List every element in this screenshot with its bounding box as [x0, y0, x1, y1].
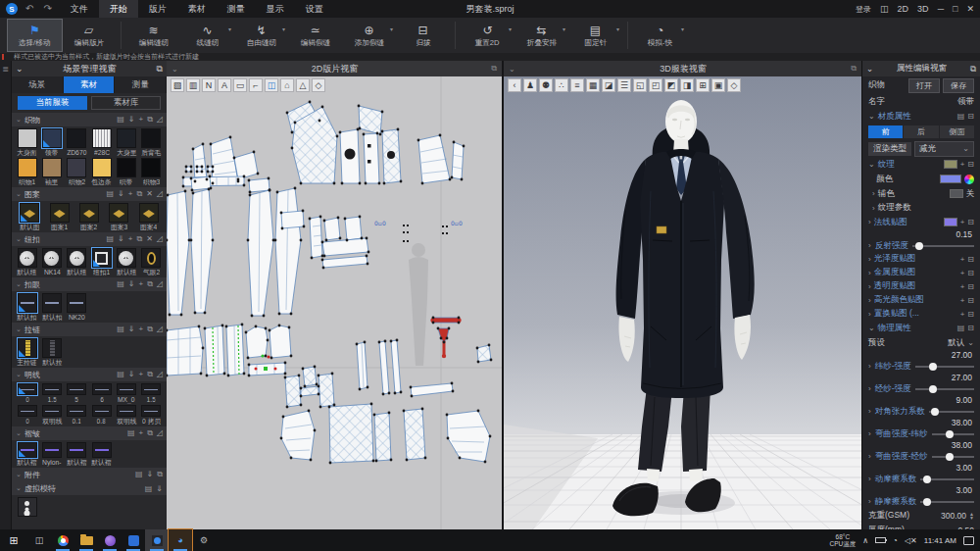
import-icon[interactable]: ⇓: [128, 115, 135, 125]
import-icon[interactable]: ⇓: [147, 470, 154, 479]
line-thumb[interactable]: [42, 405, 62, 417]
import-icon[interactable]: ⇓: [128, 325, 135, 334]
material-item[interactable]: 0: [16, 405, 38, 426]
pleat-thumb[interactable]: [67, 442, 86, 458]
pleat-thumb[interactable]: [92, 442, 112, 458]
material-item[interactable]: 0: [16, 383, 38, 404]
material-item[interactable]: 默认褶: [16, 442, 38, 467]
folder-icon[interactable]: ▤: [106, 189, 114, 199]
section-caret-icon[interactable]: ⌄: [16, 235, 22, 243]
slider-knob[interactable]: [929, 363, 937, 371]
material-item[interactable]: 默认褶: [90, 442, 113, 467]
material-item[interactable]: 纽扣1: [90, 248, 113, 276]
map-delete-icon[interactable]: ⊟: [967, 296, 974, 305]
round-thumb[interactable]: [18, 248, 37, 268]
section-header-虚拟模特[interactable]: ⌄虚拟模特▤⇓: [12, 481, 167, 495]
dropdown-caret-icon[interactable]: ▾: [228, 25, 231, 32]
material-item[interactable]: 主拉链: [16, 338, 38, 367]
weight-stepper[interactable]: ▲▼: [969, 512, 974, 520]
secondary-color-state[interactable]: 关: [966, 188, 975, 200]
delete-icon[interactable]: ✕: [146, 234, 153, 244]
mannequin-render[interactable]: [504, 76, 861, 529]
section-caret-icon[interactable]: ⌄: [868, 112, 875, 121]
avatar-thumb[interactable]: [18, 497, 37, 517]
material-item[interactable]: 默认图: [16, 203, 43, 231]
material-item[interactable]: #28C: [90, 128, 113, 157]
start-button[interactable]: ⊞: [0, 534, 27, 547]
folder-icon[interactable]: ▤: [117, 370, 124, 379]
material-item[interactable]: NK14: [40, 248, 63, 276]
line-thumb[interactable]: [42, 293, 62, 313]
material-item[interactable]: 领带: [40, 128, 63, 157]
tool-折叠安排[interactable]: ⇆折叠安排▾: [514, 20, 568, 51]
rectangle-tool-icon[interactable]: ▭: [233, 78, 247, 92]
section-header-拉链[interactable]: ⌄拉链▤⇓+⧉◿: [12, 323, 167, 336]
render-type-dropdown[interactable]: 减光⌄: [914, 141, 974, 157]
material-item[interactable]: 默认扣: [16, 293, 38, 322]
view3d-collapse-icon[interactable]: ⌄: [509, 65, 515, 74]
material-item[interactable]: 大身里: [115, 128, 137, 157]
section-caret-icon[interactable]: ⌄: [16, 484, 22, 492]
material-delete-icon[interactable]: ⊟: [967, 112, 974, 121]
close-button[interactable]: ✕: [966, 4, 974, 14]
layout-3d-button[interactable]: 3D: [917, 4, 929, 14]
tool-固定针[interactable]: ▤固定针▾: [568, 20, 622, 51]
material-item[interactable]: 0.1: [66, 405, 88, 426]
app-logo-icon[interactable]: S: [6, 3, 18, 15]
material-item[interactable]: 0 拷贝: [140, 405, 163, 426]
material-item[interactable]: 图案1: [45, 203, 73, 231]
taskbar-app-folder[interactable]: [74, 529, 98, 551]
swatch-thumb[interactable]: [67, 128, 86, 148]
expand-icon[interactable]: ◿: [157, 279, 163, 289]
scene-subtab-素材库[interactable]: 素材库: [91, 96, 161, 110]
view3d-float-icon[interactable]: ⧉: [851, 64, 857, 74]
slider-track[interactable]: [915, 366, 974, 368]
fabric-icon[interactable]: ◪: [602, 78, 615, 92]
swatch-thumb[interactable]: [141, 128, 161, 148]
garment-back-icon[interactable]: ◩: [664, 78, 678, 92]
network-icon[interactable]: ◔: [893, 536, 898, 545]
slider-knob[interactable]: [923, 498, 931, 506]
face-tab-后[interactable]: 后: [904, 125, 938, 138]
pin-tool-icon[interactable]: △: [296, 78, 310, 92]
avatar-icon[interactable]: ♟: [523, 78, 537, 92]
map-add-icon[interactable]: +: [960, 282, 965, 291]
select-mesh-icon[interactable]: ⊞: [696, 78, 710, 92]
home-tool-icon[interactable]: ⌂: [280, 78, 294, 92]
dropdown-caret-icon[interactable]: ▾: [681, 25, 684, 32]
round-thumb[interactable]: [117, 248, 136, 268]
section-header-附件[interactable]: ⌄附件▤⇓⧉: [12, 468, 167, 481]
expand-icon[interactable]: ◿: [157, 325, 163, 334]
props-float-icon[interactable]: ⧉: [970, 64, 976, 75]
undo-icon[interactable]: ↶: [24, 4, 35, 14]
material-item[interactable]: 默认纽: [16, 248, 38, 276]
marquee-select-icon[interactable]: ▧: [171, 78, 184, 92]
panel-float-icon[interactable]: ⧉: [157, 64, 163, 75]
taskbar-app-blue-app[interactable]: [122, 529, 145, 551]
tool-编辑假缝[interactable]: ≃编辑假缝: [288, 20, 342, 51]
round-thumb[interactable]: [42, 248, 62, 268]
slider-track[interactable]: [929, 411, 974, 413]
material-item[interactable]: 织物3: [140, 158, 163, 186]
line-thumb[interactable]: [92, 405, 112, 417]
taskbar-app-style3d-app[interactable]: ◕: [169, 529, 192, 551]
copy-icon[interactable]: ⧉: [147, 428, 153, 438]
swatch-thumb[interactable]: [42, 128, 62, 148]
dropdown-caret-icon[interactable]: ▾: [282, 25, 285, 32]
slider-knob[interactable]: [915, 242, 923, 250]
line-thumb[interactable]: [18, 383, 37, 395]
open-button[interactable]: 打开: [908, 78, 940, 93]
menu-显示[interactable]: 显示: [256, 0, 295, 18]
garment-tool-icon[interactable]: ◫: [265, 78, 278, 92]
slider-track[interactable]: [920, 501, 974, 503]
physics-delete-icon[interactable]: ⊟: [967, 324, 974, 332]
tool-模拟-快[interactable]: ◔模拟-快▾: [633, 20, 687, 51]
line-thumb[interactable]: [67, 293, 86, 313]
section-header-扣眼[interactable]: ⌄扣眼▤⇓+⧉◿: [12, 277, 167, 291]
swatch-thumb[interactable]: [117, 128, 136, 148]
add-icon[interactable]: +: [128, 189, 133, 199]
import-icon[interactable]: ⇓: [118, 234, 124, 244]
material-item[interactable]: 图案2: [75, 203, 103, 231]
material-item[interactable]: 默认拉: [40, 338, 63, 367]
scene-subtab-当前服装[interactable]: 当前服装: [18, 96, 87, 110]
